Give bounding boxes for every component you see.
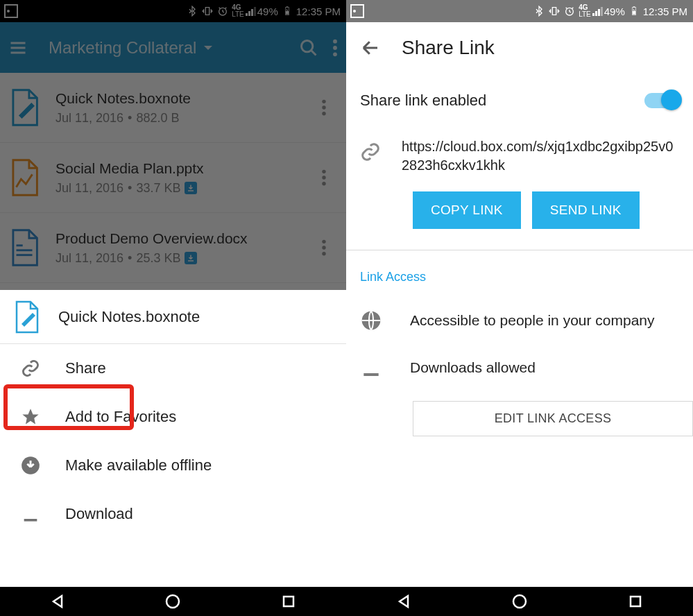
svg-rect-14: [17, 244, 23, 246]
page-title: Share Link: [402, 37, 495, 59]
file-subtitle: Jul 11, 2016•25.3 KB: [55, 251, 248, 266]
android-navbar: [0, 587, 346, 616]
svg-point-6: [333, 46, 337, 50]
file-row[interactable]: Product Demo Overview.docx Jul 11, 2016•…: [0, 213, 346, 283]
recents-nav-icon[interactable]: [627, 593, 644, 610]
recents-nav-icon[interactable]: [280, 593, 297, 610]
downloads-allowed-label: Downloads allowed: [410, 359, 536, 376]
file-row[interactable]: Social Media Plan.pptx Jul 11, 2016•33.7…: [0, 143, 346, 213]
network-indicator: 4GLTE: [232, 4, 244, 18]
enabled-label: Share link enabled: [360, 92, 486, 110]
chevron-down-icon: [202, 42, 214, 54]
folder-title: Marketing Collateral: [49, 38, 196, 58]
menu-icon[interactable]: [8, 38, 28, 58]
sheet-item-label: Share: [65, 359, 106, 377]
downloaded-badge-icon: [185, 182, 197, 194]
files-toolbar: Marketing Collateral: [0, 22, 346, 73]
svg-rect-29: [631, 597, 640, 606]
action-sheet: Quick Notes.boxnote Share Add to Favorit…: [0, 290, 346, 587]
svg-point-10: [322, 112, 325, 115]
access-scope-label: Accessible to people in your company: [410, 312, 655, 329]
back-nav-icon[interactable]: [49, 593, 66, 610]
svg-point-4: [302, 40, 313, 51]
clock-text: 12:35 PM: [643, 6, 687, 17]
sheet-item-label: Download: [65, 505, 133, 523]
svg-point-5: [333, 39, 337, 43]
battery-icon: [282, 6, 293, 17]
svg-rect-16: [17, 254, 33, 256]
file-overflow-icon[interactable]: [321, 99, 327, 117]
svg-point-28: [513, 595, 526, 608]
back-arrow-icon[interactable]: [360, 37, 381, 58]
file-overflow-icon[interactable]: [321, 239, 327, 257]
svg-point-19: [322, 252, 325, 255]
file-row[interactable]: Quick Notes.boxnote Jul 11, 2016•882.0 B: [0, 73, 346, 143]
share-link-toggle[interactable]: [644, 93, 679, 108]
clock-text: 12:35 PM: [296, 6, 341, 17]
android-navbar: [346, 587, 693, 616]
link-icon: [21, 359, 40, 378]
pptx-file-icon: [8, 158, 40, 197]
download-icon: [360, 357, 382, 379]
image-icon: [350, 4, 364, 18]
share-url-row: https://cloud.box.com/s/xjq1xdbc2gxibp25…: [346, 128, 693, 175]
bluetooth-icon: [533, 6, 545, 17]
svg-point-11: [322, 170, 325, 173]
file-name: Product Demo Overview.docx: [55, 230, 248, 247]
svg-point-9: [322, 105, 325, 109]
folder-title-dropdown[interactable]: Marketing Collateral: [49, 38, 285, 58]
search-icon[interactable]: [299, 38, 318, 58]
image-icon: [4, 4, 18, 18]
access-scope-row[interactable]: Accessible to people in your company: [346, 297, 693, 344]
link-access-section-label: Link Access: [346, 250, 693, 297]
file-subtitle: Jul 11, 2016•882.0 B: [55, 111, 191, 126]
file-subtitle: Jul 11, 2016•33.7 KB: [55, 181, 204, 196]
copy-link-button[interactable]: COPY LINK: [413, 191, 521, 229]
boxnote-file-icon: [8, 88, 40, 127]
home-nav-icon[interactable]: [511, 593, 528, 610]
status-bar: 4GLTE 49% 12:35 PM: [346, 0, 693, 22]
sheet-item-label: Make available offline: [65, 456, 212, 474]
signal-icon: [246, 6, 256, 16]
link-icon: [360, 142, 381, 162]
svg-rect-2: [286, 6, 288, 7]
share-link-enabled-row: Share link enabled: [346, 74, 693, 128]
globe-icon: [360, 309, 382, 332]
action-sheet-filename: Quick Notes.boxnote: [58, 308, 200, 326]
svg-point-18: [322, 246, 325, 249]
back-nav-icon[interactable]: [395, 593, 412, 610]
action-sheet-header: Quick Notes.boxnote: [0, 290, 346, 344]
bluetooth-icon: [187, 6, 198, 17]
offline-icon: [21, 456, 40, 475]
file-name: Social Media Plan.pptx: [55, 160, 204, 177]
right-panel: 4GLTE 49% 12:35 PM Share Link Share link…: [346, 0, 693, 616]
file-name: Quick Notes.boxnote: [55, 90, 191, 107]
file-overflow-icon[interactable]: [321, 169, 327, 187]
svg-rect-15: [17, 249, 33, 251]
svg-rect-22: [284, 597, 293, 606]
signal-icon: [592, 6, 603, 16]
vibrate-icon: [549, 6, 560, 17]
svg-point-13: [322, 182, 325, 185]
downloaded-badge-icon: [185, 252, 197, 264]
send-link-button[interactable]: SEND LINK: [532, 191, 640, 229]
svg-point-12: [322, 176, 325, 179]
svg-point-8: [322, 100, 325, 103]
svg-point-7: [333, 52, 337, 56]
vibrate-icon: [202, 6, 213, 17]
network-indicator: 4GLTE: [579, 4, 591, 18]
edit-link-access-button[interactable]: EDIT LINK ACCESS: [413, 401, 693, 436]
svg-rect-25: [633, 6, 635, 7]
battery-percent: 49%: [257, 6, 278, 17]
sheet-item-download[interactable]: Download: [0, 490, 346, 538]
svg-point-17: [322, 240, 325, 243]
boxnote-file-icon: [12, 300, 40, 334]
docx-file-icon: [8, 228, 40, 267]
downloads-allowed-row[interactable]: Downloads allowed: [346, 344, 693, 391]
svg-point-21: [166, 595, 179, 608]
sheet-item-offline[interactable]: Make available offline: [0, 441, 346, 490]
alarm-icon: [564, 6, 575, 17]
overflow-icon[interactable]: [332, 38, 338, 58]
home-nav-icon[interactable]: [164, 593, 181, 610]
tutorial-highlight: [3, 384, 134, 430]
